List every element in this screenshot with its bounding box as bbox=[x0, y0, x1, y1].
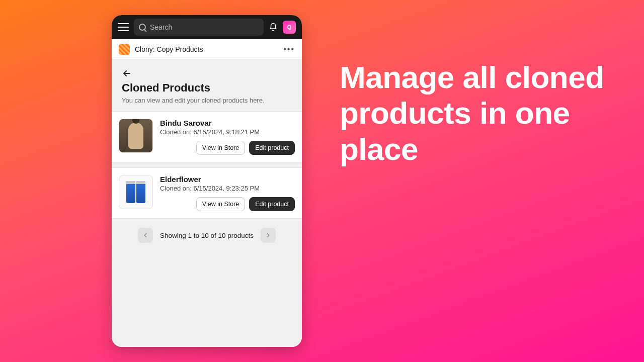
product-title: Bindu Sarovar bbox=[160, 119, 295, 127]
app-logo-icon bbox=[119, 44, 130, 55]
top-bar: Search Q bbox=[112, 15, 302, 39]
chevron-left-icon bbox=[142, 232, 149, 239]
next-page-button[interactable] bbox=[261, 228, 276, 243]
product-actions: View in StoreEdit product bbox=[160, 141, 295, 155]
app-frame: Search Q Clony: Copy Products ••• Cloned… bbox=[112, 15, 302, 347]
avatar-initials: Q bbox=[287, 24, 292, 30]
search-icon bbox=[139, 24, 146, 31]
view-in-store-button[interactable]: View in Store bbox=[196, 197, 245, 211]
product-body: Bindu SarovarCloned on: 6/15/2024, 9:18:… bbox=[160, 119, 295, 155]
product-title: Elderflower bbox=[160, 175, 295, 184]
edit-product-button[interactable]: Edit product bbox=[249, 141, 295, 155]
product-thumbnail bbox=[119, 119, 153, 153]
product-thumbnail bbox=[119, 175, 153, 209]
pagination: Showing 1 to 10 of 10 products bbox=[112, 219, 302, 252]
avatar[interactable]: Q bbox=[283, 21, 296, 34]
app-name: Clony: Copy Products bbox=[135, 45, 278, 53]
back-button[interactable] bbox=[112, 59, 302, 81]
view-in-store-button[interactable]: View in Store bbox=[196, 141, 245, 155]
prev-page-button[interactable] bbox=[138, 228, 153, 243]
notifications-icon[interactable] bbox=[269, 23, 278, 32]
marketing-headline: Manage all cloned products in one place bbox=[340, 59, 614, 167]
search-input[interactable]: Search bbox=[134, 19, 264, 36]
product-cloned-on: Cloned on: 6/15/2024, 9:23:25 PM bbox=[160, 185, 295, 192]
product-actions: View in StoreEdit product bbox=[160, 197, 295, 211]
menu-icon[interactable] bbox=[118, 23, 129, 31]
product-card: Bindu SarovarCloned on: 6/15/2024, 9:18:… bbox=[112, 111, 302, 162]
chevron-right-icon bbox=[265, 232, 272, 239]
more-icon[interactable]: ••• bbox=[283, 45, 295, 54]
page-title: Cloned Products bbox=[122, 81, 292, 95]
product-body: ElderflowerCloned on: 6/15/2024, 9:23:25… bbox=[160, 175, 295, 211]
product-card: ElderflowerCloned on: 6/15/2024, 9:23:25… bbox=[112, 167, 302, 219]
pagination-text: Showing 1 to 10 of 10 products bbox=[160, 232, 254, 239]
product-cloned-on: Cloned on: 6/15/2024, 9:18:21 PM bbox=[160, 128, 295, 136]
page-subtitle: You can view and edit your cloned produc… bbox=[122, 97, 292, 104]
search-placeholder: Search bbox=[150, 23, 172, 31]
edit-product-button[interactable]: Edit product bbox=[249, 197, 295, 211]
app-bar: Clony: Copy Products ••• bbox=[112, 39, 302, 59]
page-content: Cloned Products You can view and edit yo… bbox=[112, 59, 302, 347]
